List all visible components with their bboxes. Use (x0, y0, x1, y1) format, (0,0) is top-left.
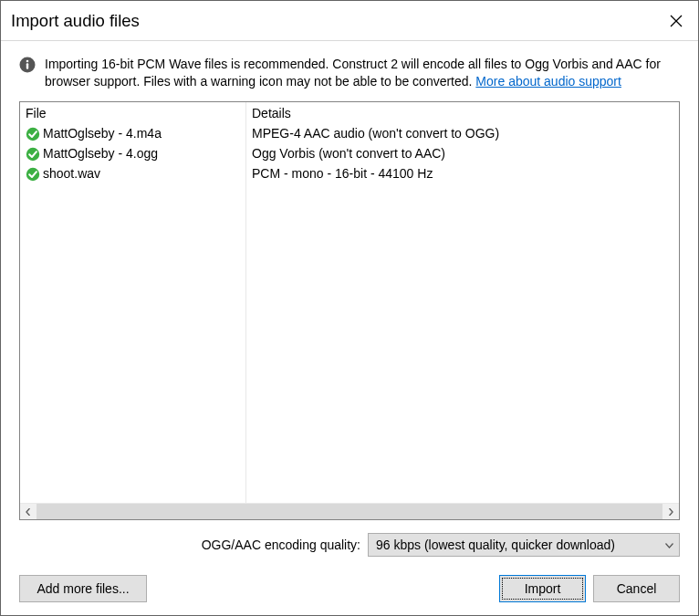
import-audio-dialog: Import audio files Importing 16-bit PCM … (0, 0, 699, 616)
close-icon (669, 14, 683, 28)
svg-point-6 (26, 147, 39, 160)
dialog-body: Importing 16-bit PCM Wave files is recom… (1, 41, 698, 615)
button-row: Add more files... Import Cancel (19, 575, 680, 602)
list-item[interactable]: shoot.wav (20, 164, 245, 184)
info-text: Importing 16-bit PCM Wave files is recom… (45, 56, 680, 90)
cancel-button[interactable]: Cancel (593, 575, 680, 602)
details-column: Details MPEG-4 AAC audio (won't convert … (246, 102, 679, 503)
horizontal-scrollbar[interactable] (20, 503, 679, 519)
svg-point-5 (26, 128, 39, 141)
details-column-header[interactable]: Details (246, 102, 679, 124)
list-item[interactable]: MattOglseby - 4.m4a (20, 124, 245, 144)
file-name: MattOglseby - 4.ogg (43, 145, 158, 162)
svg-rect-4 (26, 63, 28, 69)
scroll-left-button[interactable] (20, 504, 37, 519)
info-row: Importing 16-bit PCM Wave files is recom… (19, 56, 680, 90)
list-item-details: PCM - mono - 16-bit - 44100 Hz (246, 164, 679, 184)
file-list: File MattOglseby - 4.m4aMattOglseby - 4.… (19, 101, 680, 520)
list-item-details: MPEG-4 AAC audio (won't convert to OGG) (246, 124, 679, 144)
list-item-details: Ogg Vorbis (won't convert to AAC) (246, 144, 679, 164)
file-column: File MattOglseby - 4.m4aMattOglseby - 4.… (20, 102, 246, 503)
more-about-audio-link[interactable]: More about audio support (475, 74, 621, 89)
file-column-header[interactable]: File (20, 102, 245, 124)
right-buttons: Import Cancel (499, 575, 680, 602)
add-more-files-button[interactable]: Add more files... (19, 575, 147, 602)
ok-icon (26, 167, 40, 182)
quality-row: OGG/AAC encoding quality: 96 kbps (lowes… (19, 533, 680, 557)
svg-point-3 (26, 60, 29, 63)
svg-point-7 (26, 167, 39, 180)
dialog-title: Import audio files (11, 11, 140, 31)
chevron-left-icon (25, 508, 32, 516)
quality-selected-value: 96 kbps (lowest quality, quicker downloa… (376, 538, 615, 552)
file-name: MattOglseby - 4.m4a (43, 125, 162, 142)
chevron-right-icon (667, 508, 674, 516)
chevron-down-icon (665, 540, 673, 550)
scroll-right-button[interactable] (662, 504, 679, 519)
list-item[interactable]: MattOglseby - 4.ogg (20, 144, 245, 164)
file-list-content: File MattOglseby - 4.m4aMattOglseby - 4.… (20, 102, 679, 503)
titlebar: Import audio files (1, 1, 698, 41)
quality-label: OGG/AAC encoding quality: (202, 538, 360, 552)
file-name: shoot.wav (43, 165, 100, 183)
close-button[interactable] (667, 12, 685, 30)
ok-icon (26, 147, 40, 162)
ok-icon (26, 127, 40, 141)
info-icon (19, 57, 36, 73)
scroll-track[interactable] (37, 504, 662, 519)
quality-select[interactable]: 96 kbps (lowest quality, quicker downloa… (368, 533, 680, 557)
import-button[interactable]: Import (499, 575, 586, 602)
